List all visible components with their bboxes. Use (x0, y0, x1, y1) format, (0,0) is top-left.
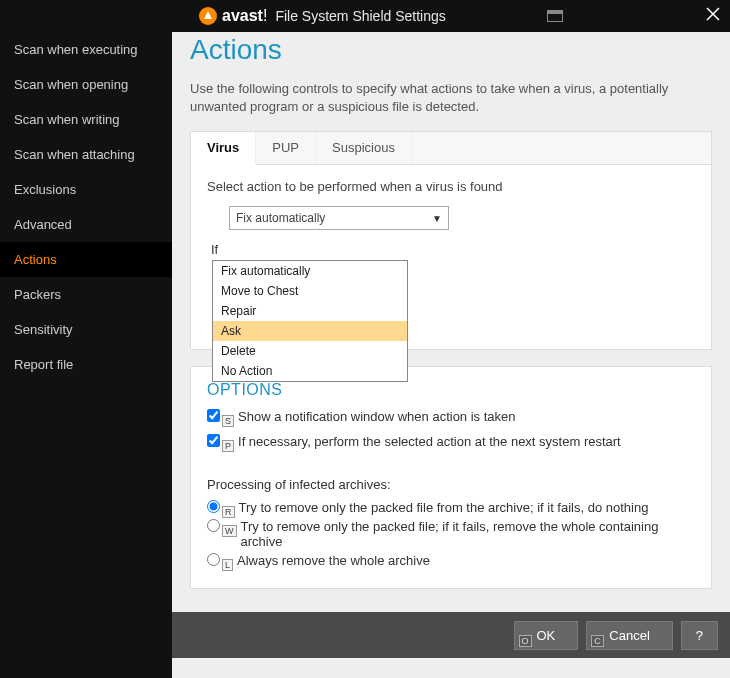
option-label: Ask (221, 324, 241, 338)
title-bar: avast! File System Shield Settings (0, 0, 730, 32)
option-label: Delete (221, 344, 256, 358)
sidebar: Scan when executing Scan when opening Sc… (0, 32, 172, 678)
tab-instruction: Select action to be performed when a vir… (207, 179, 695, 194)
cancel-button[interactable]: C Cancel (586, 621, 672, 650)
sidebar-item-label: Report file (14, 357, 73, 372)
options-panel: OPTIONS S Show a notification window whe… (190, 366, 712, 589)
option-label: No Action (221, 364, 272, 378)
mnemonic-hint: S (222, 415, 234, 427)
action-option-repair[interactable]: Repair (213, 301, 407, 321)
sidebar-item-scan-executing[interactable]: Scan when executing (0, 32, 172, 67)
sidebar-item-scan-attaching[interactable]: Scan when attaching (0, 137, 172, 172)
checkbox-label: If necessary, perform the selected actio… (238, 434, 621, 449)
mnemonic-hint: L (222, 559, 233, 571)
sidebar-item-label: Packers (14, 287, 61, 302)
window-indicator-icon (547, 10, 563, 22)
archives-heading: Processing of infected archives: (207, 477, 695, 492)
action-option-fix[interactable]: Fix automatically (213, 261, 407, 281)
button-label: Cancel (609, 628, 649, 643)
button-label: ? (696, 628, 703, 643)
tab-label: Suspicious (332, 140, 395, 155)
mnemonic-hint: O (519, 635, 532, 647)
option-label: Repair (221, 304, 256, 318)
sidebar-item-label: Scan when opening (14, 77, 128, 92)
sidebar-item-sensitivity[interactable]: Sensitivity (0, 312, 172, 347)
action-select-value: Fix automatically (236, 211, 325, 225)
footer-bar: O OK C Cancel ? (172, 612, 730, 658)
radio-label: Try to remove only the packed file from … (239, 500, 649, 515)
sidebar-item-scan-opening[interactable]: Scan when opening (0, 67, 172, 102)
body: Scan when executing Scan when opening Sc… (0, 32, 730, 678)
threat-tabs: Virus PUP Suspicious (191, 132, 711, 165)
tab-label: Virus (207, 140, 239, 155)
options-title: OPTIONS (207, 381, 695, 399)
close-button[interactable] (704, 3, 722, 29)
radio-archive-remove-whole[interactable] (207, 519, 220, 532)
close-icon (704, 5, 722, 23)
sidebar-item-label: Scan when executing (14, 42, 138, 57)
checkbox-label: Show a notification window when action i… (238, 409, 516, 424)
sidebar-item-report-file[interactable]: Report file (0, 347, 172, 382)
mnemonic-hint: P (222, 440, 234, 452)
chevron-down-icon: ▼ (432, 213, 442, 224)
page-title: Actions (190, 34, 712, 66)
sidebar-item-label: Scan when writing (14, 112, 120, 127)
settings-window: avast! File System Shield Settings Scan … (0, 0, 730, 678)
content-area: Actions Use the following controls to sp… (172, 32, 730, 678)
tab-suspicious[interactable]: Suspicious (316, 132, 412, 164)
help-button[interactable]: ? (681, 621, 718, 650)
sidebar-item-scan-writing[interactable]: Scan when writing (0, 102, 172, 137)
option-label: Fix automatically (221, 264, 310, 278)
tab-pup[interactable]: PUP (256, 132, 316, 164)
option-label: Move to Chest (221, 284, 298, 298)
action-option-ask[interactable]: Ask (213, 321, 407, 341)
ok-button[interactable]: O OK (514, 621, 579, 650)
brand-text: avast (222, 7, 263, 25)
brand-bang: ! (263, 7, 267, 25)
radio-label: Always remove the whole archive (237, 553, 430, 568)
mnemonic-hint: C (591, 635, 604, 647)
sidebar-item-label: Scan when attaching (14, 147, 135, 162)
sidebar-item-label: Exclusions (14, 182, 76, 197)
radio-label: Try to remove only the packed file; if i… (241, 519, 696, 549)
sidebar-item-label: Advanced (14, 217, 72, 232)
button-label: OK (537, 628, 556, 643)
action-select[interactable]: Fix automatically ▼ (229, 206, 449, 230)
action-option-noaction[interactable]: No Action (213, 361, 407, 381)
action-option-chest[interactable]: Move to Chest (213, 281, 407, 301)
action-select-dropdown[interactable]: Fix automatically Move to Chest Repair A… (212, 260, 408, 382)
tab-virus[interactable]: Virus (191, 132, 256, 165)
checkbox-show-notification[interactable] (207, 409, 220, 422)
mnemonic-hint: W (222, 525, 237, 537)
sidebar-item-label: Sensitivity (14, 322, 73, 337)
checkbox-restart-action[interactable] (207, 434, 220, 447)
fallback-label: If (211, 242, 695, 257)
avast-logo-icon (198, 6, 218, 26)
mnemonic-hint: R (222, 506, 235, 518)
window-title: File System Shield Settings (275, 8, 445, 24)
sidebar-item-advanced[interactable]: Advanced (0, 207, 172, 242)
sidebar-item-label: Actions (14, 252, 57, 267)
app-logo: avast! File System Shield Settings (198, 6, 446, 26)
radio-archive-always-remove[interactable] (207, 553, 220, 566)
sidebar-item-actions[interactable]: Actions (0, 242, 172, 277)
action-option-delete[interactable]: Delete (213, 341, 407, 361)
sidebar-item-exclusions[interactable]: Exclusions (0, 172, 172, 207)
page-description: Use the following controls to specify wh… (190, 80, 712, 115)
sidebar-item-packers[interactable]: Packers (0, 277, 172, 312)
tab-label: PUP (272, 140, 299, 155)
radio-archive-nothing[interactable] (207, 500, 220, 513)
